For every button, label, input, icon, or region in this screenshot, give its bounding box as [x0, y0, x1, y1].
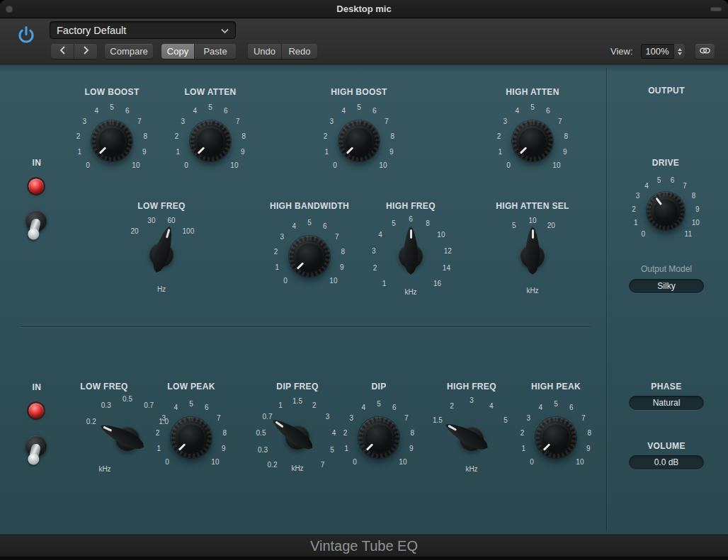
high-atten-tick-1: 1: [499, 147, 503, 155]
dip-freq-tick-0.2: 0.2: [268, 461, 278, 469]
high-boost-tick-5: 5: [357, 103, 361, 111]
high-peak-tick-7: 7: [581, 413, 586, 421]
high-atten-sel-tick-5: 5: [512, 222, 516, 229]
high-bandwidth-tick-4: 4: [292, 222, 296, 230]
high-peak-tick-5: 5: [554, 400, 558, 408]
undo-button[interactable]: Undo: [248, 44, 281, 59]
high-boost-tick-1: 1: [325, 147, 329, 155]
low-boost-tick-10: 10: [132, 161, 140, 168]
high-peak-tick-3: 3: [526, 413, 530, 421]
dip-freq-tick-0.3: 0.3: [258, 446, 268, 454]
high-atten-sel-tick-10: 10: [528, 217, 536, 224]
low-boost-tick-3: 3: [82, 117, 86, 125]
high-bandwidth-tick-10: 10: [329, 276, 337, 284]
low-freq-upper-tick-30: 30: [147, 217, 155, 224]
high-bandwidth-tick-6: 6: [323, 222, 327, 230]
next-preset-button[interactable]: [74, 44, 97, 59]
view-zoom-stepper[interactable]: 100%: [641, 44, 685, 59]
stepper-down-icon[interactable]: [678, 52, 682, 55]
controls-layer: LOW BOOST012345678910LOW ATTEN0123456789…: [0, 0, 728, 560]
low-peak-tick-5: 5: [189, 400, 193, 408]
low-boost-label: LOW BOOST: [84, 87, 139, 97]
high-peak-tick-2: 2: [521, 428, 525, 436]
preset-name: Factory Default: [57, 25, 221, 36]
dip-label: DIP: [371, 382, 386, 392]
compare-button[interactable]: Compare: [105, 44, 153, 59]
drive-tick-9: 9: [695, 205, 700, 212]
high-atten-tick-5: 5: [530, 103, 535, 111]
zoom-stepper-arrows[interactable]: [673, 44, 685, 59]
high-freq-upper-tick-1: 1: [382, 279, 387, 287]
high-freq-lower-tick-2: 2: [450, 401, 454, 409]
low-peak-tick-6: 6: [205, 404, 209, 411]
low-freq-lower-tick-0.3: 0.3: [101, 401, 111, 408]
drive-tick-4: 4: [644, 182, 649, 190]
high-freq-lower-unit-label: kHz: [465, 465, 477, 473]
previous-preset-button[interactable]: [51, 44, 74, 59]
dip-freq-unit-label: kHz: [291, 464, 303, 472]
high-peak-tick-9: 9: [586, 444, 591, 452]
dip-tick-7: 7: [404, 413, 409, 421]
dip-freq-tick-2: 2: [312, 401, 317, 408]
high-freq-upper-tick-16: 16: [433, 279, 441, 287]
low-atten-tick-10: 10: [230, 161, 238, 168]
dip-tick-8: 8: [411, 428, 415, 436]
low-freq-lower-unit-label: kHz: [98, 465, 110, 473]
plugin-power-button[interactable]: [16, 25, 37, 47]
high-freq-upper-pointer-mark: [410, 229, 412, 239]
high-freq-lower-tick-4: 4: [489, 401, 494, 409]
low-freq-lower-tick-0.2: 0.2: [86, 418, 96, 425]
dip-freq-tick-0.7: 0.7: [263, 413, 273, 421]
window-bottom-edge: [0, 556, 728, 560]
high-atten-tick-8: 8: [564, 132, 569, 139]
paste-button[interactable]: Paste: [194, 44, 236, 59]
high-freq-upper-label: HIGH FREQ: [386, 201, 436, 211]
preset-selector[interactable]: Factory Default: [50, 21, 236, 39]
high-atten-sel-tick-20: 20: [547, 222, 555, 229]
redo-button[interactable]: Redo: [281, 44, 317, 59]
stepper-up-icon[interactable]: [678, 48, 682, 51]
dip-tick-5: 5: [377, 400, 381, 408]
low-boost-tick-0: 0: [86, 161, 90, 168]
drive-tick-3: 3: [636, 192, 640, 200]
high-bandwidth-label: HIGH BANDWIDTH: [270, 201, 349, 211]
high-peak-label: HIGH PEAK: [531, 382, 581, 392]
chain-link-icon: [699, 45, 711, 58]
low-boost-tick-9: 9: [142, 147, 147, 155]
drive-tick-1: 1: [634, 218, 638, 226]
low-freq-upper-label: LOW FREQ: [137, 201, 185, 211]
plugin-name: Vintage Tube EQ: [0, 535, 728, 556]
high-peak-tick-0: 0: [530, 457, 534, 465]
high-atten-tick-2: 2: [497, 132, 501, 139]
low-atten-tick-8: 8: [242, 132, 246, 139]
high-atten-tick-3: 3: [503, 117, 507, 125]
power-icon: [16, 36, 37, 48]
high-boost-tick-3: 3: [329, 117, 334, 125]
low-atten-tick-1: 1: [176, 147, 181, 155]
window-resize-control[interactable]: [710, 7, 722, 11]
low-atten-tick-5: 5: [208, 103, 212, 111]
high-freq-lower-tick-3: 3: [470, 396, 474, 404]
high-freq-upper-tick-10: 10: [437, 230, 445, 238]
window-title: Desktop mic: [0, 0, 728, 18]
high-freq-lower-tick-5: 5: [504, 416, 508, 424]
drive-tick-0: 0: [641, 229, 645, 237]
copy-paste-group: Copy Paste: [161, 44, 236, 59]
high-peak-tick-4: 4: [538, 404, 542, 411]
low-peak-tick-4: 4: [174, 404, 178, 411]
dip-tick-9: 9: [409, 444, 414, 452]
high-bandwidth-tick-9: 9: [340, 263, 344, 270]
drive-tick-11: 11: [685, 229, 692, 237]
dip-tick-1: 1: [345, 444, 349, 452]
drive-tick-10: 10: [692, 218, 700, 226]
low-freq-upper-tick-100: 100: [183, 227, 195, 234]
low-boost-tick-1: 1: [78, 147, 82, 155]
high-bandwidth-tick-5: 5: [307, 219, 312, 227]
dip-freq-tick-7: 7: [321, 461, 325, 469]
high-boost-tick-0: 0: [333, 161, 337, 168]
high-atten-tick-4: 4: [515, 107, 519, 115]
undo-redo-group: Undo Redo: [248, 44, 317, 59]
link-button[interactable]: [695, 44, 715, 59]
copy-button[interactable]: Copy: [161, 44, 194, 59]
high-atten-sel-unit-label: kHz: [526, 287, 538, 295]
